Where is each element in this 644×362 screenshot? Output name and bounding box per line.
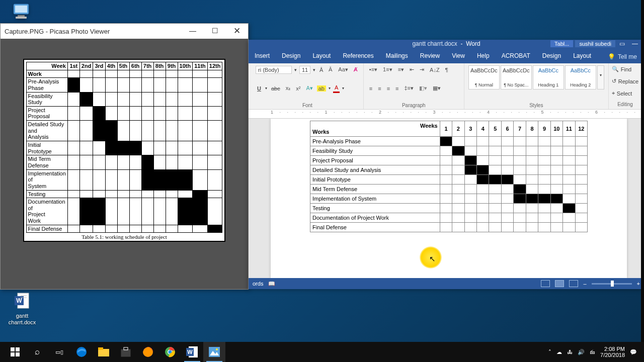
replace-button[interactable]: ↺Replace: [612, 77, 638, 85]
decrease-font-icon[interactable]: Ǎ: [327, 65, 334, 74]
highlight-icon[interactable]: ab: [317, 85, 326, 92]
table-row[interactable]: Implementation of System: [310, 194, 588, 204]
increase-indent-icon[interactable]: ⇥: [418, 65, 426, 74]
tab-layout[interactable]: Layout: [306, 50, 337, 63]
notifications-icon[interactable]: 💬: [630, 349, 637, 355]
change-case-icon[interactable]: Aa▾: [337, 65, 349, 74]
minimize-button[interactable]: —: [182, 24, 204, 38]
desktop-icon-word-doc[interactable]: W gantt charrt.docx: [3, 290, 41, 325]
borders-icon[interactable]: ▦▾: [431, 84, 442, 93]
close-button[interactable]: ✕: [226, 24, 248, 38]
tab-mailings[interactable]: Mailings: [380, 50, 414, 63]
table-row[interactable]: Final Defense: [310, 223, 588, 232]
shading-icon[interactable]: ◧▾: [418, 84, 429, 93]
edge-button[interactable]: [70, 342, 93, 362]
bullets-icon[interactable]: •≡▾: [368, 65, 379, 74]
document-area[interactable]: WeeksWorks123456789101112Pre-Analysis Ph…: [249, 119, 644, 278]
numbering-icon[interactable]: 1≡▾: [381, 65, 394, 74]
tell-me-box[interactable]: 💡Tell me: [608, 50, 644, 63]
svg-rect-9: [11, 347, 15, 351]
style-3[interactable]: AaBbCcHeading 2: [565, 65, 596, 89]
picasa-taskbar-button[interactable]: [203, 342, 225, 362]
table-row[interactable]: Mid Term Defense: [310, 185, 588, 194]
select-button[interactable]: ⌖Select: [612, 89, 638, 97]
styles-more[interactable]: ▾: [597, 65, 604, 89]
align-right-icon[interactable]: ≡: [385, 84, 391, 93]
svg-rect-12: [16, 352, 20, 356]
gantt-table-word[interactable]: WeeksWorks123456789101112Pre-Analysis Ph…: [310, 121, 588, 232]
tab-insert[interactable]: Insert: [249, 50, 276, 63]
font-size-box[interactable]: 11: [299, 66, 310, 74]
text-effects-icon[interactable]: A▾: [304, 84, 314, 93]
search-button[interactable]: ⌕: [26, 342, 48, 362]
firefox-button[interactable]: [137, 342, 159, 362]
tab-help[interactable]: Help: [471, 50, 496, 63]
show-marks-icon[interactable]: ¶: [444, 66, 450, 74]
increase-font-icon[interactable]: Â: [318, 66, 325, 74]
read-mode-icon[interactable]: [541, 280, 550, 287]
lightbulb-icon: 💡: [608, 53, 615, 60]
explorer-button[interactable]: [93, 342, 115, 362]
tab-references[interactable]: References: [337, 50, 379, 63]
network-icon[interactable]: 🖧: [567, 349, 573, 355]
style-2[interactable]: AaBbCcHeading 1: [533, 65, 564, 89]
ruler[interactable]: 1 · · · · · · 1 · · · · · · 2 · · · · · …: [249, 110, 644, 119]
tool-tab-design[interactable]: Design: [536, 50, 567, 63]
onedrive-icon[interactable]: ☁: [556, 349, 562, 355]
tab-view[interactable]: View: [446, 50, 471, 63]
tab-design[interactable]: Design: [276, 50, 306, 63]
picasa-titlebar[interactable]: Capture.PNG - Picasa Photo Viewer — ☐ ✕: [1, 24, 248, 39]
zoom-out-icon[interactable]: –: [583, 281, 586, 287]
font-color-icon[interactable]: A: [333, 83, 340, 93]
task-view-button[interactable]: ▭▯: [48, 342, 70, 362]
table-row[interactable]: Project Proposal: [310, 156, 588, 165]
volume-icon[interactable]: 🔊: [578, 349, 585, 355]
subscript-icon[interactable]: x₂: [284, 84, 292, 93]
zoom-in-icon[interactable]: +: [637, 281, 640, 287]
find-button[interactable]: 🔍Find: [612, 65, 638, 73]
table-row[interactable]: Detailed Study and Analysis: [310, 165, 588, 175]
table-row[interactable]: Testing: [310, 204, 588, 213]
font-group-label: Font: [256, 103, 359, 108]
tray-chevron-icon[interactable]: ˄: [548, 349, 551, 355]
start-button[interactable]: [4, 342, 26, 362]
spellcheck-icon[interactable]: 📖: [268, 281, 275, 287]
style-1[interactable]: AaBbCcDc¶ No Spac...: [501, 65, 532, 89]
table-row[interactable]: Feasibility Study: [310, 146, 588, 156]
desktop-icon-this-pc[interactable]: [3, 1, 41, 23]
table-row[interactable]: Initial Prototype: [310, 175, 588, 185]
font-name-box[interactable]: ri (Body): [256, 66, 292, 74]
ime-icon[interactable]: 🖮: [590, 349, 595, 355]
sort-icon[interactable]: A↓Z: [428, 66, 441, 74]
chrome-button[interactable]: [159, 342, 181, 362]
line-spacing-icon[interactable]: ‡≡▾: [403, 84, 416, 93]
table-row[interactable]: Documentation of Project Work: [310, 213, 588, 223]
ribbon-display-icon[interactable]: ▭: [617, 40, 627, 47]
tool-tab-layout[interactable]: Layout: [567, 50, 597, 63]
align-left-icon[interactable]: ≡: [368, 84, 374, 93]
clear-format-icon[interactable]: A̸: [352, 65, 359, 74]
print-layout-icon[interactable]: [555, 280, 564, 287]
tab-review[interactable]: Review: [414, 50, 446, 63]
table-row[interactable]: Pre-Analysis Phase: [310, 137, 588, 146]
word-titlebar[interactable]: gantt charrt.docx - Word Tabl... sushil …: [249, 40, 644, 50]
justify-icon[interactable]: ≡: [394, 84, 400, 93]
tab-acrobat[interactable]: ACROBAT: [496, 50, 536, 63]
style-0[interactable]: AaBbCcDc¶ Normal: [468, 65, 500, 89]
user-name[interactable]: sushil subedi: [575, 40, 615, 47]
underline-icon[interactable]: U: [256, 84, 263, 93]
strike-icon[interactable]: abc: [270, 84, 282, 93]
status-words[interactable]: ords: [253, 281, 263, 287]
store-button[interactable]: [115, 342, 137, 362]
decrease-indent-icon[interactable]: ⇤: [408, 65, 416, 74]
superscript-icon[interactable]: x²: [294, 84, 302, 93]
window-minimize-icon[interactable]: —: [629, 40, 641, 47]
search-icon: 🔍: [612, 66, 619, 72]
clock[interactable]: 2:08 PM 7/20/2018: [600, 346, 625, 358]
zoom-slider[interactable]: [592, 283, 632, 285]
align-center-icon[interactable]: ≡: [376, 84, 382, 93]
maximize-button[interactable]: ☐: [204, 24, 226, 38]
web-layout-icon[interactable]: [569, 280, 578, 287]
word-taskbar-button[interactable]: W: [181, 342, 203, 362]
multilevel-icon[interactable]: ≡▾: [396, 65, 406, 74]
